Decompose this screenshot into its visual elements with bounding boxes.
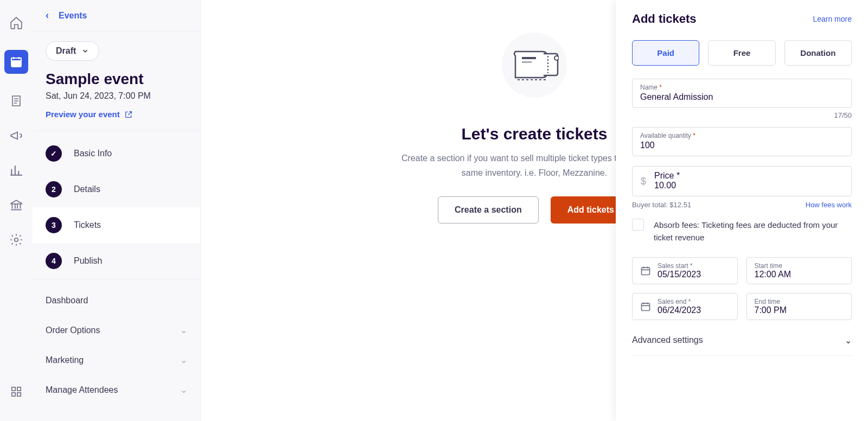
preview-label: Preview your event bbox=[46, 110, 120, 119]
calendar-icon bbox=[640, 265, 651, 276]
calendar-icon[interactable]: 15 bbox=[4, 50, 28, 74]
svg-point-11 bbox=[554, 56, 559, 60]
sales-end-label: Sales end bbox=[658, 298, 686, 305]
svg-rect-5 bbox=[12, 387, 15, 391]
step-label: Publish bbox=[74, 256, 102, 266]
step-tickets[interactable]: 3 Tickets bbox=[33, 207, 200, 243]
receipt-icon[interactable] bbox=[9, 93, 24, 109]
fees-link[interactable]: How fees work bbox=[806, 201, 852, 209]
step-publish[interactable]: 4 Publish bbox=[33, 243, 200, 279]
tab-paid[interactable]: Paid bbox=[632, 40, 699, 66]
name-value: General Admission bbox=[640, 92, 844, 102]
currency-symbol: $ bbox=[633, 176, 654, 187]
bank-icon[interactable] bbox=[9, 197, 24, 213]
step-label: Basic Info bbox=[74, 149, 112, 158]
status-label: Draft bbox=[56, 46, 76, 56]
sales-end-field[interactable]: Sales end * 06/24/2023 bbox=[632, 293, 738, 320]
menu-label: Dashboard bbox=[46, 296, 88, 305]
tab-free[interactable]: Free bbox=[708, 40, 775, 66]
step-details[interactable]: 2 Details bbox=[33, 171, 200, 207]
svg-rect-7 bbox=[12, 393, 15, 396]
step-label: Details bbox=[74, 184, 100, 194]
svg-rect-10 bbox=[522, 61, 532, 63]
menu-attendees[interactable]: Manage Attendees ⌄ bbox=[33, 375, 200, 405]
chevron-left-icon: ‹ bbox=[46, 10, 49, 21]
breadcrumb[interactable]: ‹ Events bbox=[33, 0, 200, 31]
absorb-fees-checkbox[interactable] bbox=[632, 219, 644, 231]
external-link-icon bbox=[124, 110, 133, 119]
event-datetime: Sat, Jun 24, 2023, 7:00 PM bbox=[33, 88, 200, 101]
quantity-field[interactable]: Available quantity * 100 bbox=[632, 127, 852, 156]
create-section-button[interactable]: Create a section bbox=[438, 196, 539, 224]
menu-dashboard[interactable]: Dashboard bbox=[33, 286, 200, 315]
start-time-value: 12:00 AM bbox=[755, 270, 792, 279]
preview-link[interactable]: Preview your event bbox=[33, 101, 200, 131]
step-basic-info[interactable]: ✓ Basic Info bbox=[33, 136, 200, 171]
megaphone-icon[interactable] bbox=[9, 128, 24, 143]
tickets-illustration bbox=[502, 33, 567, 98]
svg-rect-6 bbox=[17, 387, 21, 391]
sales-start-field[interactable]: Sales start * 05/15/2023 bbox=[632, 257, 738, 284]
chevron-down-icon: ⌄ bbox=[180, 385, 187, 395]
tab-donation[interactable]: Donation bbox=[784, 40, 852, 66]
sales-start-label: Sales start bbox=[658, 262, 688, 270]
calendar-icon bbox=[640, 301, 651, 312]
ticket-panel: Add tickets Learn more Paid Free Donatio… bbox=[616, 0, 868, 421]
event-title: Sample event bbox=[33, 61, 200, 88]
menu-marketing[interactable]: Marketing ⌄ bbox=[33, 345, 200, 375]
svg-text:15: 15 bbox=[14, 61, 19, 66]
name-field[interactable]: Name * General Admission bbox=[632, 79, 852, 108]
apps-icon[interactable] bbox=[9, 384, 24, 399]
svg-point-4 bbox=[15, 238, 18, 242]
status-dropdown[interactable]: Draft bbox=[46, 41, 99, 61]
panel-title: Add tickets bbox=[632, 12, 697, 26]
menu-label: Marketing bbox=[46, 355, 84, 365]
context-sidebar: ‹ Events Draft Sample event Sat, Jun 24,… bbox=[33, 0, 201, 421]
name-label: Name bbox=[640, 84, 658, 91]
start-time-field[interactable]: Start time 12:00 AM bbox=[746, 257, 852, 284]
menu-label: Order Options bbox=[46, 326, 100, 335]
icon-rail: 15 bbox=[0, 0, 33, 421]
chart-icon[interactable] bbox=[9, 163, 24, 178]
price-field[interactable]: $ Price * 10.00 bbox=[632, 166, 852, 196]
svg-rect-1 bbox=[11, 58, 21, 61]
price-label: Price bbox=[654, 171, 674, 180]
chevron-down-icon: ⌄ bbox=[180, 355, 187, 365]
end-time-value: 7:00 PM bbox=[755, 305, 787, 315]
sales-start-value: 05/15/2023 bbox=[658, 270, 701, 279]
advanced-settings-toggle[interactable]: Advanced settings ⌄ bbox=[632, 329, 852, 356]
name-counter: 17/50 bbox=[632, 111, 852, 119]
menu-label: Manage Attendees bbox=[46, 385, 118, 395]
svg-rect-13 bbox=[642, 303, 650, 310]
home-icon[interactable] bbox=[9, 15, 24, 30]
quantity-value: 100 bbox=[640, 141, 844, 150]
svg-rect-12 bbox=[642, 267, 650, 275]
menu-order-options[interactable]: Order Options ⌄ bbox=[33, 315, 200, 345]
step-badge: 2 bbox=[46, 181, 62, 197]
chevron-down-icon bbox=[81, 47, 89, 55]
step-badge: 4 bbox=[46, 253, 62, 269]
breadcrumb-label: Events bbox=[59, 11, 87, 21]
svg-rect-9 bbox=[522, 57, 536, 59]
gear-icon[interactable] bbox=[9, 232, 24, 247]
step-label: Tickets bbox=[74, 220, 101, 230]
quantity-label: Available quantity bbox=[640, 132, 691, 139]
svg-rect-8 bbox=[17, 393, 21, 396]
chevron-down-icon: ⌄ bbox=[180, 325, 187, 335]
absorb-fees-label: Absorb fees: Ticketing fees are deducted… bbox=[654, 219, 852, 244]
advanced-label: Advanced settings bbox=[632, 335, 703, 345]
end-time-field[interactable]: End time 7:00 PM bbox=[746, 293, 852, 320]
start-time-label: Start time bbox=[755, 262, 792, 270]
step-badge: 3 bbox=[46, 217, 62, 233]
buyer-total: Buyer total: $12.51 bbox=[632, 201, 691, 209]
chevron-down-icon: ⌄ bbox=[845, 335, 852, 346]
learn-more-link[interactable]: Learn more bbox=[813, 15, 852, 23]
end-time-label: End time bbox=[755, 298, 787, 305]
sales-end-value: 06/24/2023 bbox=[658, 305, 701, 315]
step-badge: ✓ bbox=[46, 145, 62, 162]
price-value: 10.00 bbox=[654, 181, 844, 190]
